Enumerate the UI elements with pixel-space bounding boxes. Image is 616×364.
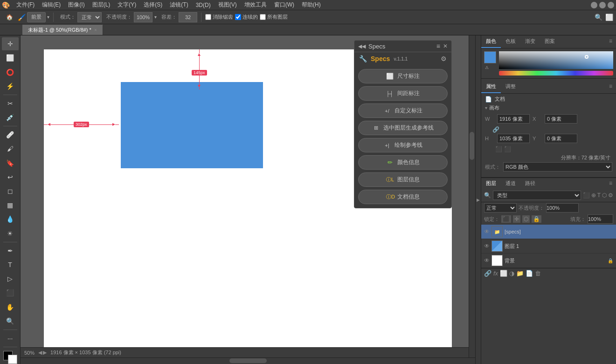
lock-pixel-btn[interactable]: ⬛ bbox=[501, 215, 511, 223]
new-layer-icon[interactable]: 📄 bbox=[526, 270, 533, 277]
tolerance-input[interactable] bbox=[179, 12, 197, 22]
shape-tool[interactable]: ⬛ bbox=[2, 286, 19, 299]
color-tab-menu-icon[interactable]: ≡ bbox=[605, 35, 616, 48]
type-tool[interactable]: T bbox=[2, 258, 19, 271]
more-tools[interactable]: ··· bbox=[2, 332, 19, 345]
hand-tool[interactable]: ✋ bbox=[2, 300, 19, 313]
layer-item-background[interactable]: 👁 背景 🔒 bbox=[481, 254, 616, 268]
menu-layer[interactable]: 图层(L) bbox=[89, 0, 114, 10]
anti-alias-checkbox[interactable] bbox=[205, 14, 211, 20]
new-adjustment-icon[interactable]: ◑ bbox=[509, 270, 514, 277]
clone-stamp-tool[interactable]: 🔖 bbox=[2, 157, 19, 170]
filter-pixel-icon[interactable]: ⬛ bbox=[583, 192, 590, 199]
fill-input[interactable] bbox=[588, 214, 613, 224]
nav-left-icon[interactable]: ◀ bbox=[38, 350, 42, 356]
menu-select[interactable]: 选择(S) bbox=[140, 0, 166, 10]
zoom-tool[interactable]: 🔍 bbox=[2, 315, 19, 328]
resize-icon-2[interactable]: ⬛ bbox=[504, 146, 511, 152]
custom-annotation-btn[interactable]: +/ 自定义标注 bbox=[358, 103, 448, 118]
specs-gear-icon[interactable]: ⚙ bbox=[441, 55, 447, 62]
tab-color[interactable]: 颜色 bbox=[481, 35, 501, 48]
tab-close-btn[interactable]: × bbox=[94, 27, 97, 33]
color-swatches[interactable] bbox=[3, 351, 17, 364]
chain-icon[interactable]: 🔗 bbox=[492, 126, 499, 133]
menu-3d[interactable]: 3D(D) bbox=[192, 1, 215, 9]
chevron-down-icon-2[interactable]: ▾ bbox=[154, 14, 157, 20]
minimize-btn[interactable] bbox=[591, 2, 597, 8]
lock-artboard-btn[interactable]: ⬡ bbox=[522, 215, 530, 223]
eyedropper-tool[interactable]: 💉 bbox=[2, 111, 19, 124]
tab-channels[interactable]: 通道 bbox=[501, 178, 520, 189]
brush-tool[interactable]: 🖌 bbox=[2, 142, 19, 155]
healing-tool[interactable]: 🩹 bbox=[2, 128, 19, 141]
canvas-h-input[interactable] bbox=[497, 134, 530, 143]
mode-select-prop[interactable]: RGB 颜色 bbox=[503, 162, 612, 172]
color-cursor[interactable] bbox=[585, 55, 588, 59]
color-swatches-fg-bg[interactable]: ⚠ bbox=[484, 51, 496, 76]
pen-tool[interactable]: ✒ bbox=[2, 244, 19, 257]
filter-type-icon[interactable]: T bbox=[597, 192, 601, 199]
workspace-icon[interactable]: ⬜ bbox=[605, 14, 613, 21]
resize-icon-1[interactable]: ⬛ bbox=[495, 146, 502, 152]
menu-window[interactable]: 窗口(W) bbox=[270, 0, 298, 10]
canvas-x-input[interactable] bbox=[545, 114, 577, 124]
filter-smart-icon[interactable]: ⚙ bbox=[608, 192, 613, 199]
menu-image[interactable]: 图像(I) bbox=[64, 0, 88, 10]
path-select-tool[interactable]: ▷ bbox=[2, 272, 19, 285]
move-tool[interactable]: ✛ bbox=[2, 37, 19, 50]
search-icon[interactable]: 🔍 bbox=[595, 14, 602, 21]
close-btn[interactable] bbox=[608, 2, 614, 8]
layer-eye-layer1[interactable]: 👁 bbox=[484, 243, 490, 249]
chevron-down-icon[interactable]: ▾ bbox=[47, 14, 49, 20]
add-mask-icon[interactable]: ⬜ bbox=[500, 270, 507, 277]
properties-tab-menu-icon[interactable]: ≡ bbox=[605, 81, 616, 93]
gen-guide-btn[interactable]: ⊞ 选中图层生成参考线 bbox=[358, 121, 448, 135]
restore-btn[interactable] bbox=[599, 2, 606, 8]
menu-view[interactable]: 视图(V) bbox=[215, 0, 241, 10]
layer-info-btn[interactable]: ⓘL 图层信息 bbox=[358, 172, 448, 187]
hue-slider[interactable] bbox=[499, 71, 613, 76]
specs-close-icon[interactable]: ✕ bbox=[443, 43, 448, 49]
color-info-btn[interactable]: ✏ 颜色信息 bbox=[358, 155, 448, 170]
tab-swatches[interactable]: 色板 bbox=[501, 35, 520, 48]
mode-select[interactable]: 正常 bbox=[77, 12, 102, 22]
horizontal-scrollbar[interactable] bbox=[21, 357, 475, 364]
layers-tab-menu-icon[interactable]: ≡ bbox=[605, 178, 616, 189]
canvas-w-input[interactable] bbox=[497, 114, 530, 124]
new-group-icon[interactable]: 📁 bbox=[516, 270, 524, 277]
canvas-y-input[interactable] bbox=[545, 134, 577, 143]
magic-wand-tool[interactable]: ⚡ bbox=[2, 80, 19, 93]
menu-edit[interactable]: 编辑(E) bbox=[38, 0, 64, 10]
color-picker-gradient[interactable] bbox=[499, 51, 613, 69]
menu-help[interactable]: 帮助(H) bbox=[298, 0, 325, 10]
foreground-btn[interactable]: 前景 bbox=[27, 12, 46, 22]
draw-guide-btn[interactable]: +| 绘制参考线 bbox=[358, 138, 448, 152]
tab-layers[interactable]: 图层 bbox=[481, 178, 501, 189]
eraser-tool[interactable]: ◻ bbox=[2, 185, 19, 198]
tab-properties[interactable]: 属性 bbox=[481, 81, 501, 93]
menu-file[interactable]: 文件(F) bbox=[13, 0, 38, 10]
distance-annotation-btn[interactable]: ├┤ 间距标注 bbox=[358, 86, 448, 101]
contiguous-checkbox[interactable] bbox=[235, 14, 241, 20]
layer-type-filter[interactable]: 类型 bbox=[493, 191, 581, 200]
fx-icon[interactable]: fx bbox=[493, 270, 498, 277]
link-layers-icon[interactable]: 🔗 bbox=[484, 270, 491, 277]
foreground-color[interactable] bbox=[484, 51, 496, 63]
menu-plugins[interactable]: 增效工具 bbox=[241, 0, 270, 10]
document-tab[interactable]: 未标题-1 @ 50%(RGB/8#) * × bbox=[22, 25, 103, 35]
lasso-tool[interactable]: ⭕ bbox=[2, 65, 19, 78]
nav-right-icon[interactable]: ▶ bbox=[43, 350, 47, 356]
menu-filter[interactable]: 滤镜(T) bbox=[166, 0, 192, 10]
right-panel-collapse-handle[interactable]: ▶ bbox=[475, 35, 481, 364]
tab-gradient[interactable]: 渐变 bbox=[520, 35, 540, 48]
specs-menu-icon[interactable]: ≡ bbox=[436, 42, 440, 50]
layer-item-layer1[interactable]: 👁 图层 1 bbox=[481, 239, 616, 254]
home-button[interactable]: 🏠 bbox=[3, 11, 16, 24]
layer-item-specs-group[interactable]: 👁 📁 [specs] bbox=[481, 225, 616, 239]
collapse-icon[interactable]: ◀◀ bbox=[358, 43, 366, 49]
layer-eye-background[interactable]: 👁 bbox=[484, 257, 490, 264]
all-layers-checkbox[interactable] bbox=[260, 14, 266, 20]
layer-opacity-input[interactable] bbox=[546, 203, 579, 213]
tab-pattern[interactable]: 图案 bbox=[540, 35, 560, 48]
size-annotation-btn[interactable]: ⬜ 尺寸标注 bbox=[358, 69, 448, 83]
